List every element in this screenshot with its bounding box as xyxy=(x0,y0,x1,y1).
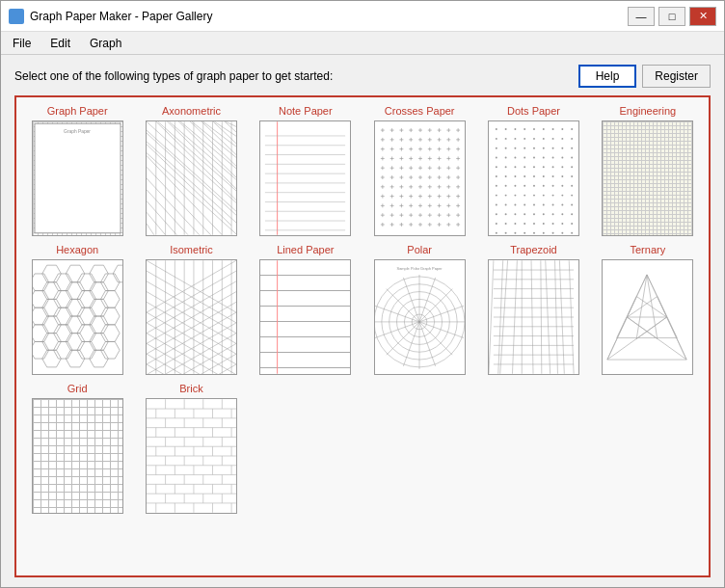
svg-point-293 xyxy=(533,166,535,168)
maximize-button[interactable]: □ xyxy=(658,7,685,26)
svg-rect-40 xyxy=(260,121,350,234)
svg-point-353 xyxy=(505,232,507,234)
paper-thumb-dots xyxy=(488,120,579,236)
register-button[interactable]: Register xyxy=(642,65,711,88)
svg-point-274 xyxy=(524,147,525,149)
gallery-row-1: Graph Paper Graph Paper Axonometric xyxy=(24,105,701,236)
paper-item-note-paper[interactable]: Note Paper xyxy=(253,105,359,236)
svg-text:Sample Polar Graph Paper: Sample Polar Graph Paper xyxy=(396,266,443,271)
paper-item-dots[interactable]: Dots Paper xyxy=(480,105,586,236)
svg-point-287 xyxy=(561,156,563,158)
svg-point-265 xyxy=(524,138,525,140)
svg-point-309 xyxy=(514,185,516,187)
minimize-button[interactable]: — xyxy=(628,7,655,26)
help-button[interactable]: Help xyxy=(578,65,637,88)
paper-item-axonometric[interactable]: Axonometric xyxy=(138,105,244,236)
menu-graph[interactable]: Graph xyxy=(82,35,129,52)
svg-point-326 xyxy=(505,203,507,205)
svg-point-282 xyxy=(514,156,516,158)
svg-point-357 xyxy=(543,232,545,234)
svg-point-348 xyxy=(543,223,545,225)
top-row: Select one of the following types of gra… xyxy=(14,65,711,88)
paper-item-graph-paper[interactable]: Graph Paper Graph Paper xyxy=(24,105,130,236)
svg-point-303 xyxy=(543,175,545,177)
paper-label-trapezoid: Trapezoid xyxy=(510,244,557,255)
gallery-border: Graph Paper Graph Paper Axonometric xyxy=(14,95,711,577)
paper-item-polar[interactable]: Polar Sample Polar Graph Paper xyxy=(366,244,472,375)
svg-point-267 xyxy=(543,138,545,140)
paper-item-lined[interactable]: Lined Paper xyxy=(253,244,359,375)
menu-bar: File Edit Graph xyxy=(1,32,724,55)
svg-rect-0 xyxy=(35,123,121,233)
svg-point-271 xyxy=(496,147,497,149)
svg-point-314 xyxy=(561,185,563,187)
title-controls: — □ ✕ xyxy=(628,7,716,26)
svg-point-352 xyxy=(496,232,497,234)
svg-point-255 xyxy=(514,128,516,130)
paper-thumb-grid xyxy=(32,398,123,514)
svg-point-359 xyxy=(561,232,563,234)
svg-rect-2 xyxy=(147,121,236,234)
paper-thumb-hexagon xyxy=(32,259,123,375)
paper-item-isometric[interactable]: Isometric xyxy=(138,244,244,375)
title-bar: Graph Paper Maker - Paper Gallery — □ ✕ xyxy=(1,1,724,32)
svg-rect-433 xyxy=(260,260,350,373)
svg-point-256 xyxy=(524,128,525,130)
svg-point-349 xyxy=(552,223,554,225)
svg-point-284 xyxy=(533,156,535,158)
svg-point-337 xyxy=(524,213,525,215)
svg-point-275 xyxy=(533,147,535,149)
svg-point-289 xyxy=(496,166,497,168)
paper-label-polar: Polar xyxy=(407,244,432,255)
svg-point-308 xyxy=(505,185,507,187)
svg-point-312 xyxy=(543,185,545,187)
svg-text:Graph Paper: Graph Paper xyxy=(64,129,91,134)
paper-label-lined: Lined Paper xyxy=(277,244,334,255)
svg-point-333 xyxy=(571,203,573,205)
svg-point-285 xyxy=(543,156,545,158)
svg-point-262 xyxy=(496,138,497,140)
svg-point-291 xyxy=(514,166,516,168)
svg-point-273 xyxy=(514,147,516,149)
svg-point-339 xyxy=(543,213,545,215)
svg-point-290 xyxy=(505,166,507,168)
paper-item-grid[interactable]: Grid xyxy=(24,383,130,514)
close-button[interactable]: ✕ xyxy=(689,7,716,26)
svg-point-319 xyxy=(524,195,525,197)
paper-thumb-note-paper xyxy=(259,120,351,236)
menu-file[interactable]: File xyxy=(5,35,39,52)
svg-point-345 xyxy=(514,223,516,225)
svg-point-350 xyxy=(561,223,563,225)
svg-point-297 xyxy=(571,166,573,168)
paper-item-ternary[interactable]: Ternary xyxy=(595,244,701,375)
paper-item-crosses[interactable]: Crosses Paper // Can't use script in SVG… xyxy=(366,105,472,236)
svg-point-346 xyxy=(524,223,525,225)
svg-point-343 xyxy=(496,223,497,225)
svg-point-315 xyxy=(571,185,573,187)
gallery-row-3: Grid Brick xyxy=(24,383,701,514)
svg-point-266 xyxy=(533,138,535,140)
svg-point-318 xyxy=(514,195,516,197)
svg-point-324 xyxy=(571,195,573,197)
paper-thumb-ternary xyxy=(602,259,693,375)
svg-point-323 xyxy=(561,195,563,197)
paper-item-trapezoid[interactable]: Trapezoid xyxy=(480,244,586,375)
svg-point-294 xyxy=(543,166,545,168)
paper-item-brick[interactable]: Brick xyxy=(138,383,244,514)
paper-item-engineering[interactable]: Engineering xyxy=(595,105,701,236)
svg-point-263 xyxy=(505,138,507,140)
svg-point-260 xyxy=(561,128,563,130)
svg-point-310 xyxy=(524,185,525,187)
paper-label-hexagon: Hexagon xyxy=(56,244,98,255)
title-bar-left: Graph Paper Maker - Paper Gallery xyxy=(9,9,212,24)
svg-point-358 xyxy=(552,232,554,234)
menu-edit[interactable]: Edit xyxy=(42,35,78,52)
svg-point-268 xyxy=(552,138,554,140)
gallery-row-2: Hexagon xyxy=(24,244,701,375)
paper-label-dots: Dots Paper xyxy=(507,105,560,117)
paper-label-axonometric: Axonometric xyxy=(162,105,221,117)
paper-item-hexagon[interactable]: Hexagon xyxy=(24,244,130,375)
svg-point-257 xyxy=(533,128,535,130)
paper-thumb-graph-paper: Graph Paper xyxy=(32,120,123,236)
paper-label-crosses: Crosses Paper xyxy=(385,105,455,117)
